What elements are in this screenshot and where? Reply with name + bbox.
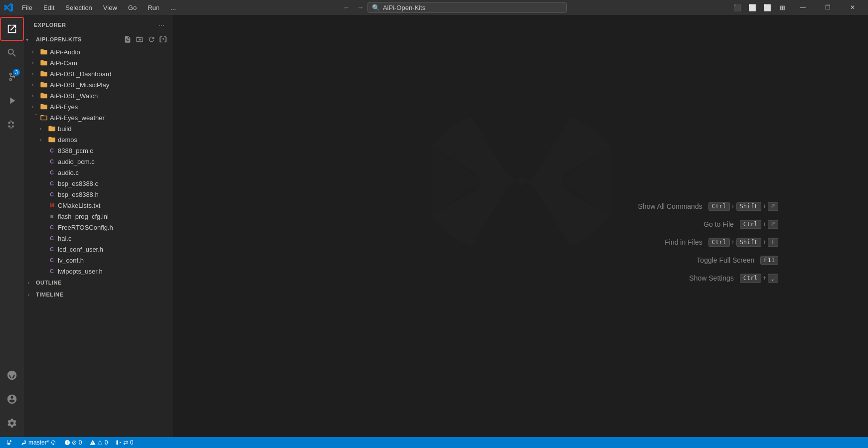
tree-item-AiPi-DSL_Dashboard[interactable]: › AiPi-DSL_Dashboard <box>24 68 173 79</box>
outline-section[interactable]: › OUTLINE <box>24 277 173 289</box>
tree-item-bsp_es8388.h[interactable]: › C bsp_es8388.h <box>24 189 173 200</box>
shortcut-find-in-files: Find in Files Ctrl + Shift + F <box>638 238 778 247</box>
statusbar-errors[interactable]: ⊘ 0 <box>62 437 84 448</box>
menu-edit[interactable]: Edit <box>39 3 58 12</box>
activity-remote[interactable] <box>0 363 24 387</box>
outline-label: OUTLINE <box>36 280 62 286</box>
statusbar-remote-connection[interactable]: ⇄ 0 <box>114 437 135 448</box>
label-bsp_es8388.c: bsp_es8388.c <box>58 180 98 187</box>
ini-file-icon: ≡ <box>48 212 56 220</box>
c-file-icon-audio: C <box>48 168 56 176</box>
tree-item-FreeRTOSConfig.h[interactable]: › C FreeRTOSConfig.h <box>24 222 173 233</box>
statusbar-remote-icon[interactable] <box>4 437 15 448</box>
menu-go[interactable]: Go <box>124 3 141 12</box>
search-activity-icon <box>6 47 17 58</box>
explorer-actions: ··· <box>156 19 167 30</box>
activity-accounts[interactable] <box>0 387 24 411</box>
tree-item-lv_conf.h[interactable]: › C lv_conf.h <box>24 255 173 266</box>
statusbar-remote-count: ⇄ 0 <box>123 439 133 446</box>
chevron-AiPi-Cam: › <box>32 60 40 66</box>
folder-icon-AiPi-Cam <box>40 59 48 67</box>
accounts-icon <box>6 394 17 405</box>
tree-item-demos[interactable]: › demos <box>24 134 173 145</box>
folder-open-icon-AiPi-Eyes_weather <box>40 114 48 122</box>
tree-item-AiPi-DSL_MusicPlay[interactable]: › AiPi-DSL_MusicPlay <box>24 79 173 90</box>
tree-item-lcd_conf_user.h[interactable]: › C lcd_conf_user.h <box>24 244 173 255</box>
shortcut-keys-find-in-files: Ctrl + Shift + F <box>708 238 778 247</box>
activity-extensions[interactable] <box>0 113 24 137</box>
tree-item-AiPi-Eyes_weather[interactable]: › AiPi-Eyes_weather <box>24 112 173 123</box>
label-CMakeLists.txt: CMakeLists.txt <box>58 202 100 209</box>
key-f: F <box>768 238 778 247</box>
layout-btn-3[interactable]: ⬜ <box>760 2 774 13</box>
menu-selection[interactable]: Selection <box>61 3 96 12</box>
remote-icon <box>6 370 17 381</box>
root-folder-row[interactable]: ▾ AIPI-OPEN-KITS <box>24 32 173 46</box>
tree-item-AiPi-Audio[interactable]: › AiPi-Audio <box>24 46 173 57</box>
h-file-icon-bsp_es8388.h: C <box>48 190 56 198</box>
outline-chevron: › <box>28 280 36 286</box>
menu-view[interactable]: View <box>99 3 121 12</box>
tree-item-bsp_es8388.c[interactable]: › C bsp_es8388.c <box>24 178 173 189</box>
refresh-btn[interactable] <box>146 34 157 45</box>
new-folder-btn[interactable] <box>134 34 145 45</box>
activity-search[interactable] <box>0 41 24 65</box>
tree-item-audio.c[interactable]: › C audio.c <box>24 167 173 178</box>
sidebar: EXPLORER ··· ▾ AIPI-OPEN-KITS <box>24 15 174 437</box>
tree-item-AiPi-DSL_Watch[interactable]: › AiPi-DSL_Watch <box>24 90 173 101</box>
restore-button[interactable]: ❐ <box>816 0 839 15</box>
root-folder-actions <box>122 34 169 45</box>
shortcut-toggle-full-screen: Toggle Full Screen F11 <box>638 256 778 265</box>
run-icon <box>6 95 17 106</box>
menu-file[interactable]: File <box>18 3 36 12</box>
key-ctrl-4: Ctrl <box>740 274 761 283</box>
layout-btn-4[interactable]: ⊞ <box>775 2 789 13</box>
tree-item-lwipopts_user.h[interactable]: › C lwipopts_user.h <box>24 266 173 277</box>
sync-icon <box>50 440 56 446</box>
statusbar-branch-name: master* <box>28 439 49 446</box>
close-button[interactable]: ✕ <box>841 0 864 15</box>
tree-item-build[interactable]: › build <box>24 123 173 134</box>
explorer-more-actions[interactable]: ··· <box>156 19 167 30</box>
tree-item-hal.c[interactable]: › C hal.c <box>24 233 173 244</box>
tree-item-AiPi-Eyes[interactable]: › AiPi-Eyes <box>24 101 173 112</box>
key-plus-2: + <box>763 203 766 210</box>
layout-btn-2[interactable]: ⬜ <box>745 2 759 13</box>
editor-area: Show All Commands Ctrl + Shift + P Go to… <box>174 15 868 437</box>
tree-item-AiPi-Cam[interactable]: › AiPi-Cam <box>24 57 173 68</box>
explorer-title: EXPLORER <box>34 22 66 28</box>
statusbar-errors-count: ⊘ 0 <box>72 439 82 446</box>
statusbar-warnings[interactable]: ⚠ 0 <box>88 437 110 448</box>
key-plus-4: + <box>731 239 735 246</box>
minimize-button[interactable]: — <box>791 0 814 15</box>
titlebar-right: ⬛ ⬜ ⬜ ⊞ — ❐ ✕ <box>726 0 864 15</box>
timeline-label: TIMELINE <box>36 292 63 298</box>
tree-item-CMakeLists.txt[interactable]: › M CMakeLists.txt <box>24 200 173 211</box>
activity-run[interactable] <box>0 89 24 113</box>
statusbar-branch[interactable]: master* <box>19 437 58 448</box>
tree-item-8388_pcm.c[interactable]: › C 8388_pcm.c <box>24 145 173 156</box>
tree-item-audio_pcm.c[interactable]: › C audio_pcm.c <box>24 156 173 167</box>
activity-source-control[interactable]: 3 <box>0 65 24 89</box>
collapse-btn[interactable] <box>158 34 169 45</box>
menu-run[interactable]: Run <box>144 3 164 12</box>
layout-btn-1[interactable]: ⬛ <box>730 2 744 13</box>
menu-more[interactable]: ... <box>167 3 180 12</box>
folder-icon-demos <box>48 136 56 144</box>
search-bar[interactable]: 🔍 AiPi-Open-Kits <box>367 2 567 13</box>
activity-settings[interactable] <box>0 411 24 435</box>
label-AiPi-Cam: AiPi-Cam <box>50 59 77 67</box>
new-file-btn[interactable] <box>122 34 133 45</box>
cmake-file-icon: M <box>48 201 56 209</box>
label-bsp_es8388.h: bsp_es8388.h <box>58 191 99 198</box>
nav-back[interactable]: ← <box>340 2 353 13</box>
tree-item-flash_prog_cfg.ini[interactable]: › ≡ flash_prog_cfg.ini <box>24 211 173 222</box>
key-plus-1: + <box>731 203 735 210</box>
nav-forward[interactable]: → <box>353 2 367 13</box>
titlebar: File Edit Selection View Go Run ... ← → … <box>0 0 868 15</box>
activity-explorer[interactable] <box>0 17 24 41</box>
c-file-icon-audio_pcm: C <box>48 157 56 165</box>
key-p-2: P <box>768 220 778 229</box>
folder-icon-AiPi-Eyes <box>40 103 48 111</box>
timeline-section[interactable]: › TIMELINE <box>24 289 173 300</box>
